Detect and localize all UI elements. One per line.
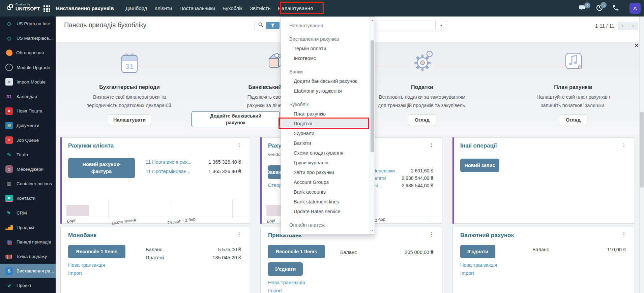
- sidebar-item-discuss[interactable]: Обговорення: [0, 45, 56, 60]
- coa-review-button[interactable]: Огляд: [559, 114, 587, 125]
- sidebar-item-module-upgrade[interactable]: ↑ Module Upgrade: [0, 60, 56, 75]
- menu-customers[interactable]: Клієнти: [154, 5, 172, 11]
- sidebar-item-crm[interactable]: ▼ CRM: [0, 205, 56, 220]
- kebab-menu-icon[interactable]: ⋮: [237, 142, 242, 148]
- taxes-review-button[interactable]: Огляд: [408, 114, 436, 125]
- sidebar-item-pos[interactable]: Точка продажу: [0, 249, 56, 264]
- sidebar-item-nova-poshta[interactable]: ❖ Нова Пошта: [0, 104, 56, 118]
- taxes-gears-icon: [412, 50, 434, 74]
- reconcile-button[interactable]: Reconcile 1 Items: [68, 245, 125, 258]
- new-transaction-link[interactable]: Нова транзакція: [268, 280, 305, 285]
- connector-line: [434, 66, 563, 66]
- dropdown-section-online-payments: Онлайн платежі: [281, 220, 370, 230]
- chart-label: Цього тижня: [111, 218, 136, 226]
- kebab-menu-icon[interactable]: ⋮: [237, 231, 242, 237]
- unpaid-invoices-link[interactable]: 11 Неоплачені рах...: [146, 159, 192, 165]
- step-title: Бухгалтерські періоди: [72, 84, 187, 90]
- activities-icon[interactable]: 5: [596, 4, 603, 13]
- apps-grid-icon[interactable]: [43, 5, 50, 12]
- dropdown-item-journal-groups[interactable]: Групи журналів: [281, 158, 370, 168]
- sidebar-item-job-queue[interactable]: ≡ Job Queue: [0, 133, 56, 148]
- search-dropdown-toggle[interactable]: ▼: [435, 21, 447, 30]
- import-link[interactable]: Import: [268, 288, 282, 293]
- dropdown-scrollbar[interactable]: ▲ ▼: [370, 17, 375, 234]
- dropdown-item-account-groups[interactable]: Account Groups: [281, 177, 370, 187]
- pager-prev-button[interactable]: ‹: [618, 22, 627, 30]
- current-app-name[interactable]: Виставлення рахунків: [56, 0, 114, 17]
- kebab-menu-icon[interactable]: ⋮: [429, 231, 434, 237]
- import-module-icon: ≡: [5, 78, 13, 86]
- dropdown-item-reconciliation-models[interactable]: Шаблони узгодження: [281, 86, 370, 96]
- sidebar-item-project[interactable]: ✔ Проект: [0, 278, 56, 293]
- kebab-menu-icon[interactable]: ⋮: [621, 231, 626, 237]
- dropdown-item-settings[interactable]: Налаштування: [281, 21, 370, 31]
- card-title[interactable]: Валютний рахунок: [460, 232, 514, 239]
- user-avatar[interactable]: A: [630, 3, 641, 14]
- connect-button[interactable]: З'єднати: [268, 262, 303, 276]
- dropdown-item-fiscal-positions[interactable]: Схеми оподаткування: [281, 148, 370, 158]
- filter-facet-button[interactable]: [266, 22, 280, 29]
- sidebar-item-invoicing-active[interactable]: $ Виставлення ра...: [0, 264, 56, 278]
- misc-operations-card: Інші операції ⋮ Новий запис: [452, 137, 635, 224]
- dropdown-item-account-reports[interactable]: Звіти про рахунки: [281, 168, 370, 177]
- menu-dashboard[interactable]: Дашборд: [125, 5, 147, 11]
- sidebar-item-us-marketplace[interactable]: ◇ US Marketplace...: [0, 31, 56, 45]
- pager-next-button[interactable]: ›: [628, 22, 638, 30]
- page-scrollbar-thumb[interactable]: [640, 112, 644, 188]
- new-entry-button[interactable]: Новий запис: [460, 159, 499, 172]
- sidebar-item-us-promua[interactable]: ◇ US Prom.ua Inte...: [0, 17, 56, 31]
- messages-icon[interactable]: 4: [579, 4, 587, 12]
- dropdown-item-bank-statement-lines[interactable]: Bank statement lines: [281, 197, 370, 207]
- dropdown-item-currencies[interactable]: Валюти: [281, 138, 370, 148]
- dropdown-item-bank-accounts[interactable]: Bank accounts: [281, 187, 370, 197]
- connect-button[interactable]: З'єднати: [460, 245, 495, 258]
- phone-icon[interactable]: [612, 4, 619, 13]
- sidebar-item-container-actions[interactable]: ▦ Container actions: [0, 176, 56, 191]
- sidebar-item-label: Import Module: [17, 79, 46, 85]
- amount-value: 1 365 326,40 ₴: [208, 169, 241, 174]
- dropdown-item-payment-terms[interactable]: Термін оплати: [281, 44, 370, 54]
- sidebar-item-messengers[interactable]: ☺ Месенджери: [0, 162, 56, 176]
- menu-settings[interactable]: Налаштування: [278, 5, 313, 11]
- dropdown-item-add-bank-account[interactable]: Додати банківський рахунок: [281, 76, 370, 86]
- import-link[interactable]: Import: [68, 270, 82, 276]
- new-invoice-button[interactable]: Новий рахунок- фактура: [68, 158, 135, 178]
- add-bank-account-button[interactable]: Додайте банківський рахунок: [192, 111, 280, 127]
- checks-link[interactable]: Перевірки: [373, 168, 395, 173]
- card-title[interactable]: Рахунки клієнта: [68, 142, 114, 149]
- import-link[interactable]: Import: [460, 270, 474, 276]
- scroll-up-icon[interactable]: ▲: [370, 18, 375, 23]
- menu-accounting[interactable]: Бухоблік: [223, 5, 242, 11]
- sidebar-item-sales[interactable]: ▂▅█ Продажі: [0, 220, 56, 235]
- scrollbar-thumb[interactable]: [371, 40, 374, 152]
- page-scrollbar[interactable]: [639, 17, 644, 293]
- sidebar-item-documents[interactable]: ▤ Документи: [0, 118, 56, 133]
- overdue-invoices-link[interactable]: 11 Протермінован...: [146, 169, 191, 174]
- scroll-down-icon[interactable]: ▼: [370, 228, 375, 233]
- kebab-menu-icon[interactable]: ⋮: [429, 142, 434, 148]
- dropdown-item-incoterms[interactable]: Інкотермс: [281, 54, 370, 63]
- sidebar-item-calendar[interactable]: 31 Календар: [0, 89, 56, 104]
- chart-label: Борг: [266, 218, 276, 224]
- dropdown-item-journals[interactable]: Журнали: [281, 129, 370, 138]
- app-sidebar: ◇ US Prom.ua Inte... ◇ US Marketplace...…: [0, 17, 56, 293]
- dropdown-section-banks: Банки: [281, 67, 370, 76]
- new-transaction-link[interactable]: Нова транзакція: [68, 262, 105, 268]
- menu-vendors[interactable]: Постачальники: [179, 5, 215, 11]
- card-title[interactable]: Монобанк: [68, 232, 96, 239]
- amount-value: 135 045,20 ₴: [212, 255, 241, 260]
- chart-label: Борг: [66, 218, 76, 224]
- configure-periods-button[interactable]: Налаштувати: [108, 114, 151, 125]
- card-title[interactable]: Інші операції: [460, 142, 497, 149]
- sidebar-item-dashboards[interactable]: ▦ Панелі приладів: [0, 235, 56, 249]
- reconcile-button[interactable]: Reconcile 1 Items: [268, 245, 325, 258]
- dropdown-item-taxes[interactable]: Податки: [281, 119, 370, 129]
- dropdown-item-chart-of-accounts[interactable]: План рахунків: [281, 109, 370, 119]
- dropdown-item-update-rates[interactable]: Update Rates service: [281, 207, 370, 217]
- menu-reporting[interactable]: Звітність: [250, 5, 270, 11]
- kebab-menu-icon[interactable]: ⋮: [621, 142, 626, 148]
- sidebar-item-contacts[interactable]: ☻ Контакти: [0, 191, 56, 205]
- sidebar-item-todo[interactable]: ✎ To-do: [0, 148, 56, 162]
- sidebar-item-import-module[interactable]: ≡ Import Module: [0, 75, 56, 89]
- new-transaction-link[interactable]: Нова транзакція: [460, 262, 497, 268]
